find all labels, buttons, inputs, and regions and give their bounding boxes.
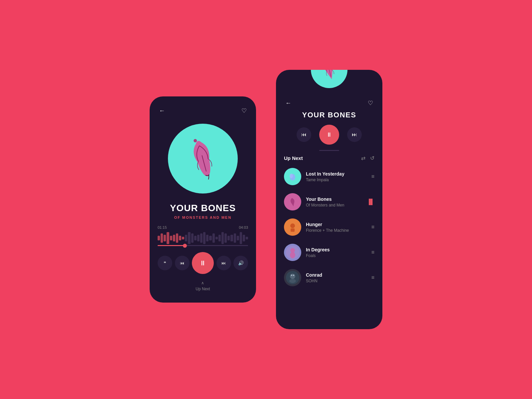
list-item[interactable]: Hunger Florence + The Machine ≡ [276, 214, 382, 240]
track-action-2-playing-icon: ▐▌ [367, 199, 374, 205]
track-info-5: Conrad SOHN [306, 272, 367, 283]
track-info-3: Hunger Florence + The Machine [306, 222, 367, 233]
left-phone: ← ♡ YOUR BONES OF MONSTERS AND MEN 01:15… [150, 96, 256, 303]
shuffle-button[interactable]: ⇄ [361, 155, 365, 161]
divider [319, 150, 339, 151]
track-info-4: In Degrees Foals [306, 247, 367, 258]
progress-section: 01:15 04:03 [158, 225, 248, 244]
next-button-right[interactable]: ⏭ [347, 127, 362, 142]
progress-thumb [183, 244, 187, 248]
track-artist-3: Florence + The Machine [306, 228, 367, 233]
svg-point-15 [289, 279, 296, 283]
track-action-1: ≡ [371, 174, 374, 180]
svg-point-16 [291, 275, 292, 276]
next-button-left[interactable]: ⏭ [216, 256, 231, 270]
album-art-leaf [178, 134, 228, 184]
song-title-left: YOUR BONES [170, 203, 236, 213]
up-next-hint-label: Up Next [196, 287, 210, 291]
track-art-4 [286, 246, 299, 259]
time-current: 01:15 [158, 225, 167, 229]
play-pause-button-right[interactable]: ⏸ [319, 125, 339, 145]
list-item[interactable]: Conrad SOHN ≡ [276, 265, 382, 290]
chevron-up-icon: ∧ [201, 281, 204, 285]
list-item[interactable]: Lost In Yesterday Tame Impala ≡ [276, 164, 382, 189]
track-art-1 [286, 170, 299, 183]
progress-fill [158, 245, 185, 246]
progress-track[interactable] [158, 245, 248, 246]
heart-button-right[interactable]: ♡ [366, 98, 374, 108]
album-art-leaf-right [316, 70, 342, 83]
track-artist-2: Of Monsters and Men [306, 203, 362, 207]
volume-button[interactable]: 🔊 [233, 256, 248, 270]
svg-point-5 [290, 174, 293, 178]
song-title-right: YOUR BONES [302, 111, 356, 119]
track-thumbnail-2 [284, 193, 301, 210]
back-button-right[interactable]: ← [284, 98, 293, 108]
track-name-4: In Degrees [306, 247, 367, 252]
album-art-circle-left [168, 124, 238, 194]
up-next-actions: ⇄ ↺ [361, 155, 374, 161]
heart-button-left[interactable]: ♡ [240, 106, 248, 116]
playlist: Lost In Yesterday Tame Impala ≡ Your Bon… [276, 164, 382, 323]
track-name-1: Lost In Yesterday [306, 171, 367, 177]
controls-row-left: ❝ ⏮ ⏸ ⏭ 🔊 [158, 252, 248, 274]
back-button-left[interactable]: ← [158, 106, 166, 116]
track-thumbnail-1 [284, 168, 301, 185]
track-artist-4: Foals [306, 253, 367, 258]
top-bar-left: ← ♡ [158, 106, 248, 116]
song-artist-left: OF MONSTERS AND MEN [174, 215, 232, 219]
prev-button-right[interactable]: ⏮ [297, 127, 311, 142]
top-bar-right: ← ♡ [276, 91, 382, 108]
up-next-label: Up Next [284, 155, 303, 161]
up-next-header: Up Next ⇄ ↺ [276, 155, 382, 161]
lyrics-button[interactable]: ❝ [158, 256, 172, 270]
play-pause-button-left[interactable]: ⏸ [192, 252, 214, 274]
svg-point-12 [290, 248, 295, 253]
waveform[interactable] [158, 232, 248, 244]
track-action-5: ≡ [371, 275, 374, 281]
track-name-3: Hunger [306, 222, 367, 227]
up-next-hint[interactable]: ∧ Up Next [196, 281, 210, 291]
controls-row-right: ⏮ ⏸ ⏭ [297, 125, 362, 145]
svg-point-14 [290, 274, 295, 279]
waveform-bars [158, 232, 248, 244]
track-name-2: Your Bones [306, 197, 362, 202]
list-item[interactable]: In Degrees Foals ≡ [276, 240, 382, 265]
track-action-4: ≡ [371, 249, 374, 255]
svg-point-17 [293, 275, 294, 276]
time-row: 01:15 04:03 [158, 225, 248, 229]
time-total: 04:03 [239, 225, 248, 229]
prev-button-left[interactable]: ⏮ [175, 256, 190, 270]
track-thumbnail-4 [284, 244, 301, 261]
track-info-1: Lost In Yesterday Tame Impala [306, 171, 367, 182]
track-art-2 [286, 195, 299, 208]
svg-rect-9 [291, 228, 295, 232]
right-phone: ← ♡ YOUR BONES ⏮ ⏸ ⏭ Up Next ⇄ ↺ Lost In [276, 70, 382, 329]
track-art-3 [286, 220, 299, 234]
track-thumbnail-3 [284, 218, 301, 236]
track-name-5: Conrad [306, 272, 367, 278]
repeat-button[interactable]: ↺ [370, 155, 374, 161]
track-action-3: ≡ [371, 224, 374, 230]
album-art-circle-right [311, 70, 347, 88]
track-artist-1: Tame Impala [306, 178, 367, 182]
list-item[interactable]: Your Bones Of Monsters and Men ▐▌ [276, 189, 382, 214]
track-art-5 [286, 271, 299, 284]
track-info-2: Your Bones Of Monsters and Men [306, 197, 362, 207]
svg-point-8 [290, 223, 295, 228]
track-artist-5: SOHN [306, 279, 367, 283]
track-thumbnail-5 [284, 269, 301, 286]
